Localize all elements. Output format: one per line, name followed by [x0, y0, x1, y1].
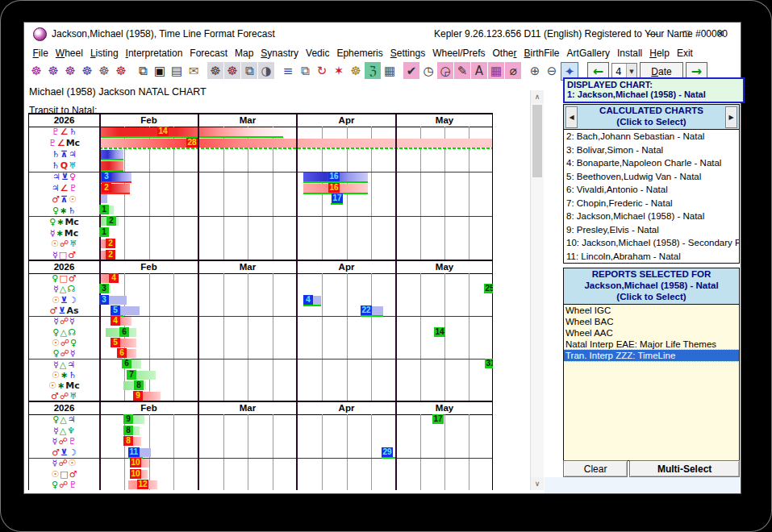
scroll-left-icon[interactable]: ◀ [565, 106, 578, 128]
aspect-glyphs: ♃⊻♀ [29, 172, 99, 183]
uranus-glyph: ♅ [69, 392, 77, 401]
menu-item-synastry[interactable]: Synastry [257, 48, 303, 59]
menu-item-birthfile[interactable]: BirthFile [520, 48, 563, 59]
square-glyph: □ [59, 251, 67, 260]
menu-item-vedic[interactable]: Vedic [303, 48, 333, 59]
wheel-grid-icon[interactable]: ☸ [348, 62, 364, 79]
menu-item-file[interactable]: File [29, 48, 52, 59]
listing-icon[interactable]: ≡ [280, 62, 296, 79]
multi-select-button[interactable]: Multi-Select [629, 460, 740, 477]
mercury-glyph: ☿ [52, 251, 58, 260]
calculated-chart-item[interactable]: 9: Presley,Elvis - Natal [564, 223, 739, 237]
peak-day-label: 4 [303, 295, 313, 305]
save-icon[interactable]: ▣ [152, 62, 168, 79]
check-report-icon[interactable]: ✔ [403, 62, 419, 79]
calculated-chart-item[interactable]: 8: Jackson,Michael (1958) - Natal [564, 210, 739, 223]
search-report-icon[interactable]: ⌀ [505, 62, 521, 79]
sun-glyph: ☉ [52, 339, 60, 347]
calculated-chart-item[interactable]: 7: Chopin,Frederic - Natal [564, 197, 739, 210]
menu-item-help[interactable]: Help [646, 48, 674, 59]
menu-item-ephemeris[interactable]: Ephemeris [333, 48, 386, 59]
maximize-icon[interactable]: □ [670, 23, 703, 44]
report-item-selected[interactable]: Tran. Interp ZZZ: TimeLine [564, 350, 739, 361]
sun-glyph: ☉ [69, 195, 77, 204]
documents-icon[interactable]: ⧉ [297, 62, 313, 79]
print-icon[interactable]: ▤ [169, 62, 185, 79]
transit-row-mercury-sextile-mc[interactable]: ☿∗Mc1 [29, 227, 493, 239]
clock-wheel-icon[interactable]: ◶ [437, 62, 453, 79]
wheel-color-icon[interactable]: ☸ [28, 62, 44, 79]
year-label: 2026 [29, 114, 99, 126]
calculated-chart-item[interactable]: 2: Bach,Johann Sebastian - Natal [564, 130, 739, 143]
menu-item-other[interactable]: Other [489, 48, 520, 59]
calculated-chart-item[interactable]: 4: Bonaparte,Napoleon Charle - Natal [564, 156, 739, 170]
aspect-glyphs: ☿☍☿ [29, 316, 99, 326]
minimize-icon[interactable]: — [636, 23, 670, 44]
dual-wheel-icon[interactable]: ⧉ [241, 62, 257, 79]
venusm-glyph: ♀ [69, 172, 76, 181]
grid-report-icon[interactable]: ▦ [488, 62, 504, 79]
om-icon[interactable]: ℨ [365, 62, 381, 79]
wheel-arrow-icon[interactable]: ☸ [45, 62, 61, 79]
transit-row-sun-semisextile-moon[interactable]: ☉⊻☽34 [29, 295, 493, 305]
calculated-chart-item[interactable]: 11: Lincoln,Abraham - Natal [564, 250, 739, 264]
transit-row-mercury-trine-node[interactable]: ☿△☊325 [29, 284, 493, 294]
mars-glyph: ♂ [51, 392, 59, 401]
asterisk-strike-icon[interactable]: ✶ [331, 62, 347, 79]
menu-item-install[interactable]: Install [613, 48, 645, 59]
menu-item-forecast[interactable]: Forecast [186, 48, 232, 59]
recalc-wheel-icon[interactable]: ↻ [314, 62, 330, 79]
clock-icon[interactable]: ◷ [420, 62, 436, 79]
scroll-up-icon[interactable]: ∧ [531, 90, 544, 103]
sun-glyph: ☉ [51, 470, 59, 479]
calendar-icon[interactable]: ▦ [382, 62, 398, 79]
mars-glyph: ♂ [52, 195, 60, 204]
menu-item-wheel[interactable]: Wheel [52, 48, 86, 59]
wheel-dark-icon[interactable]: ☸ [207, 62, 223, 79]
calculated-chart-item[interactable]: 10: Jackson,Michael (1958) - Secondary P… [564, 236, 739, 250]
semisextile-glyph: ⊻ [58, 306, 65, 315]
scroll-right-icon[interactable]: ▶ [725, 106, 737, 128]
semisextile-glyph: ⊻ [61, 448, 68, 457]
wheel-target-icon[interactable]: ☸ [224, 62, 240, 79]
menu-item-artgallery[interactable]: ArtGallery [563, 48, 613, 59]
menu-item-listing[interactable]: Listing [86, 48, 122, 59]
menu-item-settings[interactable]: Settings [386, 48, 428, 59]
report-item[interactable]: Wheel AAC [564, 327, 739, 339]
import-chart-icon[interactable]: ⧉ [135, 62, 151, 79]
calculated-chart-item[interactable]: 5: Beethoven,Ludwig Van - Natal [564, 170, 739, 184]
chart-title: Michael (1958) Jackson NATAL CHART [29, 86, 207, 98]
transit-row-venus-sextile-saturn[interactable]: ♀∗♄1 [29, 205, 493, 216]
calculated-chart-item[interactable]: 6: Vivaldi,Antonio - Natal [564, 183, 739, 197]
wheel-return-icon[interactable]: ☸ [62, 62, 78, 79]
menu-item-map[interactable]: Map [232, 48, 257, 59]
scrollbar-thumb[interactable] [532, 105, 542, 177]
report-item[interactable]: Wheel BAC [564, 316, 739, 327]
close-icon[interactable]: × [703, 23, 737, 44]
mars-glyph: ♂ [68, 251, 76, 260]
scroll-down-icon[interactable]: ∨ [531, 477, 544, 490]
trine-glyph: △ [60, 360, 66, 369]
zoom-in-icon[interactable]: ⊕ [527, 62, 543, 79]
email-chart-icon[interactable]: ✉ [186, 62, 202, 79]
calculated-chart-item[interactable]: 3: Bolivar,Simon - Natal [564, 143, 739, 157]
wheel-check-icon[interactable]: ☸ [79, 62, 95, 79]
uranus-glyph: ♅ [69, 239, 77, 248]
edit-report-icon[interactable]: ✎ [454, 62, 470, 79]
report-item[interactable]: Wheel IGC [564, 305, 739, 316]
menu-item-exit[interactable]: Exit [673, 48, 696, 59]
wheel-plain-icon[interactable]: ☸ [96, 62, 112, 79]
menu-item-wheelprefs[interactable]: Wheel/Prefs [429, 48, 489, 59]
node-glyph: ☊ [67, 285, 75, 293]
menu-item-interpretation[interactable]: Interpretation [122, 48, 186, 59]
saturn-glyph: ♄ [69, 127, 77, 136]
text-report-icon[interactable]: A [471, 62, 487, 79]
report-item[interactable]: Natal Interp EAE: Major Life Themes [564, 339, 739, 350]
clear-button[interactable]: Clear [563, 460, 628, 477]
wheel-crosshair-icon[interactable]: ☸ [113, 62, 129, 79]
wheel-phase-icon[interactable]: ◑ [258, 62, 274, 79]
aspect-glyphs: ♀☍♇ [29, 480, 99, 490]
chart-scrollbar[interactable]: ∧ ∨ [530, 90, 544, 490]
month-label-feb: Feb [99, 114, 198, 126]
zoom-out-icon[interactable]: ⊖ [544, 62, 560, 79]
